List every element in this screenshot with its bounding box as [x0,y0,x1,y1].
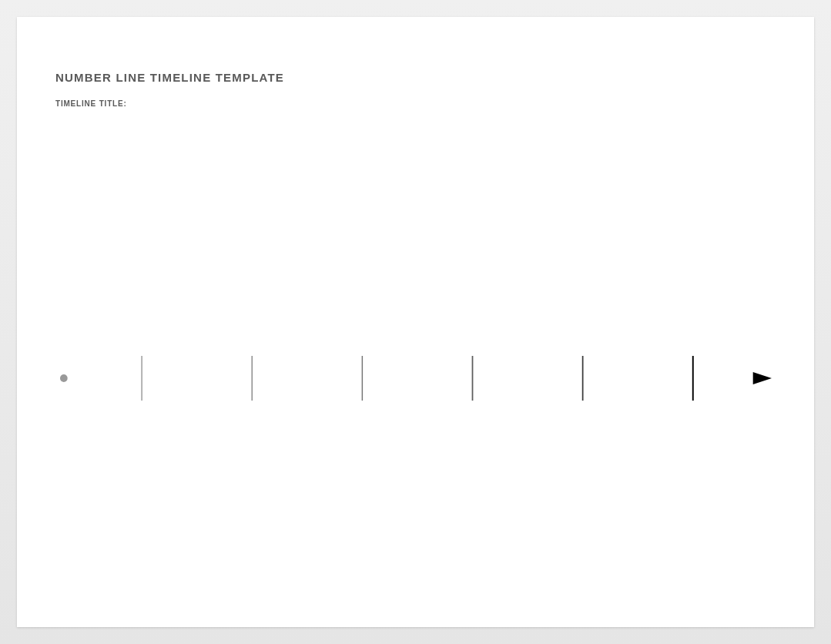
number-line-timeline [59,354,772,402]
page-title: NUMBER LINE TIMELINE TEMPLATE [55,71,776,84]
timeline-arrowhead [753,372,772,384]
timeline-title-label: TIMELINE TITLE: [55,99,776,108]
timeline-graphic [59,354,772,402]
document-page: NUMBER LINE TIMELINE TEMPLATE TIMELINE T… [17,17,814,627]
